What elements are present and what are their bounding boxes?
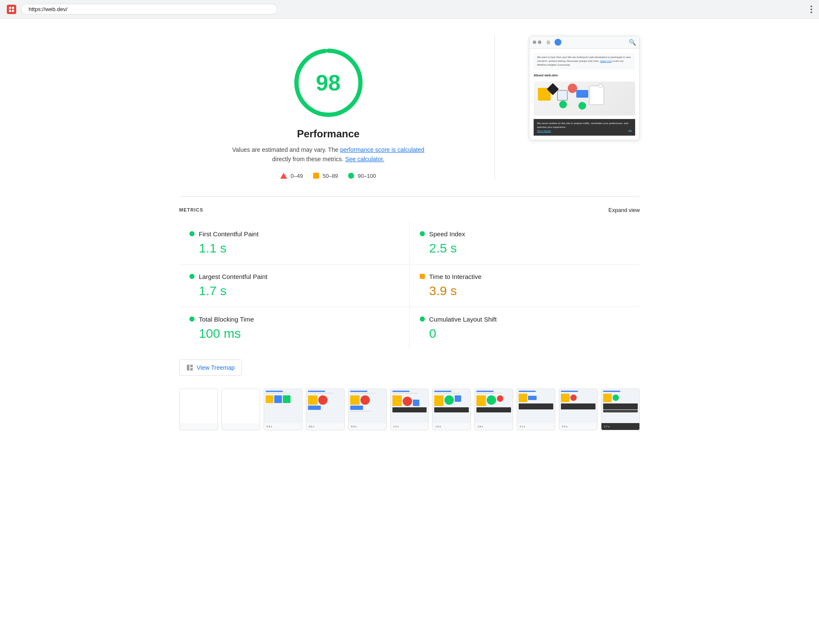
frame-2-thumb [222,389,260,423]
filmstrip-frame-5: 0.9 s [348,389,387,430]
expand-view-button[interactable]: Expand view [608,207,640,213]
preview-menu-icon: ☰ [546,40,550,45]
filmstrip-frame-8: 1.8 s [474,389,513,430]
fcp-value: 1.1 s [189,241,399,255]
frame-11-thumb [601,389,639,423]
score-value: 98 [316,70,341,96]
preview-about-title: About web.dev [534,73,635,78]
frame-2-content [222,423,260,426]
score-circle: 98 [290,44,367,121]
metric-tbt-header: Total Blocking Time [189,316,399,323]
preview-logo [555,39,561,46]
average-range: 50–89 [322,173,338,179]
cls-status-dot [420,316,425,322]
frame-5-thumb [349,389,386,423]
filmstrip-frame-3: 0.3 s [264,389,302,430]
fcp-status-dot [189,231,195,236]
metric-cls-header: Cumulative Layout Shift [420,316,630,323]
filmstrip-frame-10: 2.4 s [559,389,598,430]
calculator-link[interactable]: See calculator. [345,156,384,162]
treemap-label: View Treemap [197,364,235,371]
cls-name: Cumulative Layout Shift [429,316,497,323]
frame-7-label: 1.5 s [433,423,470,430]
preview-container: ☰ 🔍 We want to hear from you! We are loo… [529,36,640,140]
preview-banner: We want to hear from you! We are looking… [534,53,635,70]
metric-fcp-header: First Contentful Paint [189,230,399,238]
frame-1-content [180,423,218,426]
browser-app-icon [7,5,16,14]
section-divider [179,196,640,197]
svg-rect-1 [9,10,11,12]
preview-browser: ☰ 🔍 We want to hear from you! We are loo… [529,36,640,140]
metrics-grid: First Contentful Paint 1.1 s Speed Index… [179,222,640,349]
browser-chrome: https://web.dev/ [0,0,819,19]
svg-rect-7 [190,365,193,367]
frame-3-thumb [264,389,302,423]
frame-8-thumb [475,389,513,423]
preview-illustration [534,81,635,116]
frame-1-thumb [180,389,218,423]
metric-tbt: Total Blocking Time 100 ms [179,307,410,349]
main-content: 98 Performance Values are estimated and … [154,19,665,447]
lcp-value: 1.7 s [189,284,399,298]
preview-cookie-banner: We serve cookies on this site to analyze… [534,119,635,136]
tti-name: Time to Interactive [429,273,482,280]
preview-ok-button[interactable]: Ok [628,129,632,133]
score-section: 98 Performance Values are estimated and … [179,36,640,179]
si-name: Speed Index [429,230,465,238]
score-description: Values are estimated and may vary. The p… [226,145,431,164]
tbt-value: 100 ms [189,326,399,341]
legend-pass: 90–100 [348,173,376,179]
cls-value: 0 [420,326,630,341]
tbt-status-dot [189,316,195,322]
lcp-name: Largest Contentful Paint [199,273,267,280]
lcp-status-dot [189,274,195,279]
frame-7-thumb [433,389,470,423]
frame-3-label: 0.3 s [264,423,302,430]
treemap-icon [186,364,193,371]
frame-5-label: 0.9 s [349,423,386,430]
frame-11-label: 2.7 s [601,423,639,430]
metric-si: Speed Index 2.5 s [410,222,640,264]
tti-status-dot [420,274,425,279]
score-left: 98 Performance Values are estimated and … [179,36,477,179]
filmstrip-frame-7: 1.5 s [432,389,471,430]
url-bar[interactable]: https://web.dev/ [21,4,277,15]
preview-search-icon: 🔍 [629,39,636,46]
filmstrip-frame-2 [221,389,260,430]
fail-icon [280,173,287,179]
fail-range: 0–49 [290,173,303,179]
score-title: Performance [297,128,360,140]
frame-6-label: 1.2 s [391,423,429,430]
metric-tti-header: Time to Interactive [420,273,630,280]
svg-rect-2 [12,7,14,9]
pass-icon [348,173,354,179]
tbt-name: Total Blocking Time [199,316,254,323]
frame-4-thumb [306,389,344,423]
metric-fcp: First Contentful Paint 1.1 s [179,222,410,264]
filmstrip-frame-9: 2.1 s [517,389,555,430]
filmstrip-frame-1 [179,389,218,430]
filmstrip-frame-4: 0.6 s [306,389,345,430]
filmstrip-frame-6: 1.2 s [390,389,429,430]
score-legend: 0–49 50–89 90–100 [280,173,376,179]
preview-apply-link[interactable]: Apply now [600,60,612,62]
filmstrip-frame-11: 2.7 s [601,389,640,430]
svg-rect-6 [187,365,189,371]
svg-rect-0 [9,7,11,9]
metric-si-header: Speed Index [420,230,630,238]
metrics-section-label: METRICS [179,207,203,212]
frame-10-thumb [559,389,597,423]
browser-menu-button[interactable] [810,6,812,13]
svg-rect-8 [190,368,193,371]
performance-score-link[interactable]: performance score is calculated [340,146,424,153]
frame-8-label: 1.8 s [475,423,513,430]
preview-nav-dots [533,41,541,44]
frame-9-thumb [517,389,555,423]
view-treemap-button[interactable]: View Treemap [179,360,242,376]
fcp-name: First Contentful Paint [199,230,258,238]
preview-more-details-link[interactable]: More details [537,130,551,132]
pass-range: 90–100 [357,173,376,179]
metric-lcp-header: Largest Contentful Paint [189,273,399,280]
frame-6-thumb [391,389,429,423]
